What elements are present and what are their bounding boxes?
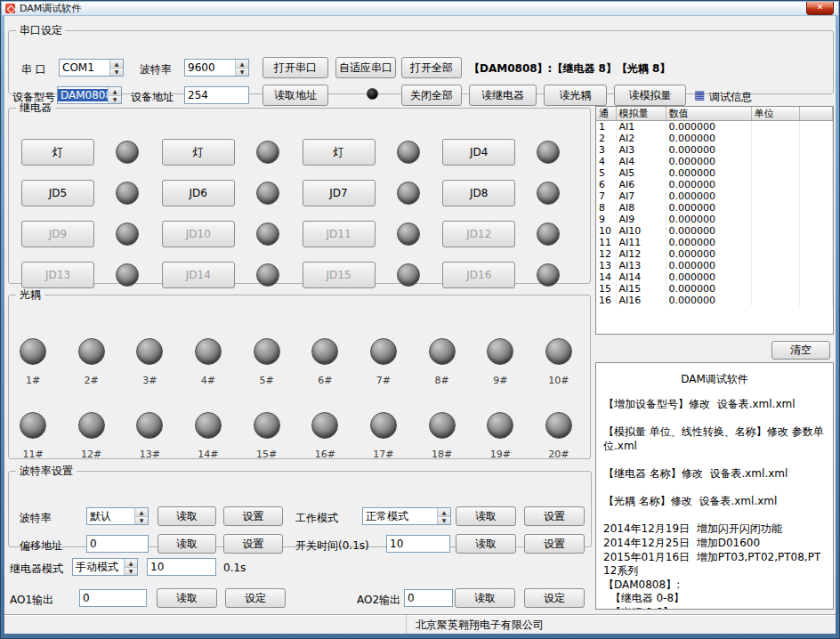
cell-value: 0.000000 <box>666 248 751 260</box>
spin-down-icon[interactable]: ▼ <box>438 516 450 525</box>
close-button[interactable]: ✕ <box>806 2 834 15</box>
read-ao1-button[interactable]: 读取 <box>157 588 217 608</box>
spin-down-icon[interactable]: ▼ <box>135 516 148 525</box>
set-ao2-button[interactable]: 设定 <box>524 588 585 608</box>
spin-up-icon[interactable]: ▲ <box>110 60 123 68</box>
open-all-button[interactable]: 打开全部 <box>401 57 462 78</box>
offset-address-input[interactable] <box>87 536 148 552</box>
opto-cell: 13# <box>129 412 170 460</box>
app-icon <box>5 4 15 13</box>
read-switchtime-button[interactable]: 读取 <box>456 534 516 554</box>
relay-cell: JD14 <box>162 262 303 288</box>
opto-led-15 <box>254 412 280 439</box>
titlebar: DAM调试软件 <box>2 2 838 16</box>
opto-led-12 <box>78 412 105 439</box>
spin-up-icon[interactable]: ▲ <box>109 87 121 95</box>
cell-name: AI3 <box>616 144 666 156</box>
set-offset-button[interactable]: 设置 <box>223 534 283 554</box>
cell-channel: 11 <box>596 237 616 248</box>
read-analog-button[interactable]: 读模拟量 <box>614 85 686 106</box>
opto-led-8 <box>429 338 456 365</box>
relay-button-6[interactable]: JD6 <box>162 180 235 206</box>
debug-grid-icon[interactable]: ▦ <box>694 88 705 101</box>
relay-button-13[interactable]: JD13 <box>21 262 94 288</box>
relay-cell: JD6 <box>162 180 303 206</box>
cell-channel: 3 <box>596 144 616 156</box>
clear-button[interactable]: 清空 <box>771 341 830 360</box>
table-row: 16AI160.000000 <box>596 295 833 306</box>
baud-rate-combo[interactable]: 9600 ▲▼ <box>184 59 249 77</box>
relay-button-3[interactable]: 灯 <box>303 139 376 166</box>
relay-button-2[interactable]: 灯 <box>162 139 235 166</box>
baud-rate-value: 9600 <box>185 61 235 74</box>
relay-led-7 <box>397 182 420 205</box>
set-ao1-button[interactable]: 设定 <box>225 588 286 608</box>
cell-channel: 16 <box>596 295 616 306</box>
combo-spinner[interactable]: ▲▼ <box>124 559 137 575</box>
spin-up-icon[interactable]: ▲ <box>438 508 450 516</box>
opto-cell: 14# <box>188 412 229 460</box>
table-row: 5AI50.000000 <box>596 167 833 179</box>
table-header[interactable]: 单位 <box>751 107 799 121</box>
relay-mode-combo[interactable]: 手动模式 ▲▼ <box>72 558 138 576</box>
cell-value: 0.000000 <box>666 202 751 214</box>
spin-down-icon[interactable]: ▼ <box>125 567 137 576</box>
relay-button-4[interactable]: JD4 <box>442 139 515 166</box>
opto-cell: 19# <box>480 412 521 460</box>
ao2-output-input[interactable] <box>405 590 452 606</box>
relay-button-1[interactable]: 灯 <box>21 139 94 166</box>
cell-unit <box>751 248 799 260</box>
relay-button-10[interactable]: JD10 <box>162 221 235 247</box>
adaptive-serial-button[interactable]: 自适应串口 <box>335 57 396 78</box>
cell-value: 0.000000 <box>666 144 751 156</box>
relay-cell: JD8 <box>442 180 583 206</box>
debug-info-label[interactable]: 调试信息 <box>709 90 752 105</box>
table-header[interactable]: 通 <box>596 107 616 121</box>
relay-button-7[interactable]: JD7 <box>303 180 376 206</box>
switch-time-input[interactable] <box>387 536 449 552</box>
opto-cell: 11# <box>12 412 53 460</box>
opto-label: 10# <box>548 375 569 386</box>
relay-button-16[interactable]: JD16 <box>442 262 515 288</box>
serial-port-combo[interactable]: COM1 ▲▼ <box>59 59 124 77</box>
open-serial-button[interactable]: 打开串口 <box>262 57 328 78</box>
spin-up-icon[interactable]: ▲ <box>236 60 248 68</box>
read-offset-button[interactable]: 读取 <box>158 534 216 554</box>
relay-button-5[interactable]: JD5 <box>21 180 94 206</box>
opto-group: 光耦 1# 2# 3# 4# 5# 6# 7# 8# 9# 10# 11# 12… <box>8 287 591 459</box>
relay-button-11[interactable]: JD11 <box>303 221 376 247</box>
table-header[interactable]: 模拟量 <box>616 107 666 121</box>
spin-down-icon[interactable]: ▼ <box>236 68 248 77</box>
table-header[interactable]: 数值 <box>666 107 751 121</box>
baud-rate-label: 波特率 <box>140 62 172 77</box>
cell-name: AI4 <box>616 156 666 167</box>
spin-up-icon[interactable]: ▲ <box>135 508 148 516</box>
table-row: 12AI120.000000 <box>596 248 833 260</box>
combo-spinner[interactable]: ▲▼ <box>109 60 123 76</box>
set-baud-button[interactable]: 设置 <box>223 506 283 526</box>
read-ao2-button[interactable]: 读取 <box>455 588 515 608</box>
baud-select-combo[interactable]: 默认 ▲▼ <box>86 507 149 525</box>
table-header-row: 通 模拟量 数值 单位 <box>596 107 833 121</box>
read-baud-button[interactable]: 读取 <box>158 506 216 526</box>
opto-label: 13# <box>140 449 160 460</box>
relay-button-9[interactable]: JD9 <box>21 221 94 247</box>
spin-up-icon[interactable]: ▲ <box>125 559 137 567</box>
relay-button-15[interactable]: JD15 <box>303 262 376 288</box>
work-mode-combo[interactable]: 正常模式 ▲▼ <box>362 507 451 525</box>
ao1-output-input[interactable] <box>80 590 146 606</box>
read-workmode-button[interactable]: 读取 <box>456 506 516 526</box>
relay-button-12[interactable]: JD12 <box>442 221 515 247</box>
relay-button-8[interactable]: JD8 <box>442 180 515 206</box>
relay-time-input[interactable] <box>148 559 215 575</box>
combo-spinner[interactable]: ▲▼ <box>437 508 450 524</box>
opto-label: 1# <box>26 375 40 386</box>
combo-spinner[interactable]: ▲▼ <box>235 60 248 76</box>
set-switchtime-button[interactable]: 设置 <box>524 534 585 554</box>
relay-button-14[interactable]: JD14 <box>162 262 235 288</box>
cell-channel: 15 <box>596 283 616 295</box>
spin-down-icon[interactable]: ▼ <box>110 68 123 77</box>
combo-spinner[interactable]: ▲▼ <box>134 508 148 524</box>
opto-label: 18# <box>432 449 452 460</box>
set-workmode-button[interactable]: 设置 <box>524 506 585 526</box>
